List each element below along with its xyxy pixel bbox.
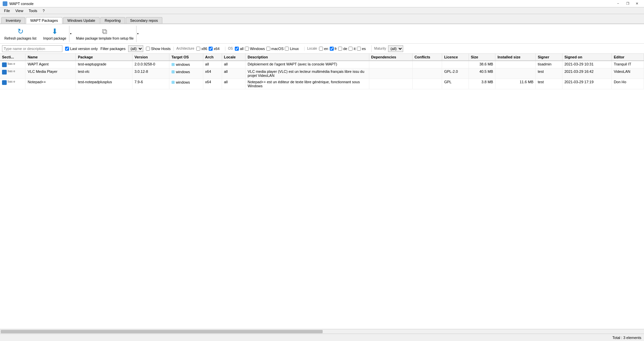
col-conflicts[interactable]: Conflicts	[412, 54, 442, 61]
col-installed-size[interactable]: Installed size	[495, 54, 536, 61]
cell-dependencies	[369, 61, 412, 68]
toolbar: ↻ Refresh packages list ⬇ Import package…	[0, 24, 644, 44]
col-version[interactable]: Version	[132, 54, 169, 61]
col-description[interactable]: Description	[246, 54, 369, 61]
cell-installed-size	[495, 61, 536, 68]
last-version-only-checkbox[interactable]	[65, 47, 69, 51]
os-macos-checkbox[interactable]	[266, 47, 270, 51]
menu-file[interactable]: File	[1, 8, 13, 13]
title-bar-controls: − ❐ ✕	[614, 1, 641, 7]
menu-view[interactable]: View	[13, 8, 26, 13]
import-icon: ⬇	[52, 27, 58, 36]
close-button[interactable]: ✕	[633, 1, 641, 7]
title-bar: WAPT console − ❐ ✕	[0, 0, 644, 7]
col-arch[interactable]: Arch	[203, 54, 222, 61]
tab-secondary-repos[interactable]: Secondary repos	[126, 17, 162, 23]
locale-it-checkbox[interactable]	[348, 47, 353, 51]
os-windows-label[interactable]: Windows	[245, 47, 265, 51]
col-name[interactable]: Name	[25, 54, 76, 61]
last-version-only-label[interactable]: Last version only	[65, 47, 98, 51]
packages-table: Secti... Name Package Version Target OS …	[0, 54, 644, 89]
locale-en-checkbox[interactable]	[319, 47, 323, 51]
locale-es-label[interactable]: es	[357, 47, 366, 51]
template-dropdown-arrow[interactable]: ▾	[136, 26, 140, 42]
col-editor[interactable]: Editor	[611, 54, 644, 61]
search-input[interactable]	[2, 45, 62, 52]
refresh-button[interactable]: ↻ Refresh packages list	[1, 26, 40, 42]
locale-es-checkbox[interactable]	[357, 47, 361, 51]
minimize-button[interactable]: −	[614, 1, 623, 7]
col-target-os[interactable]: Target OS	[169, 54, 203, 61]
cell-name: VLC Media Player	[25, 68, 76, 79]
architecture-title: Architecture	[176, 47, 194, 50]
locale-it-label[interactable]: it	[348, 47, 356, 51]
locale-en-label[interactable]: en	[319, 47, 328, 51]
make-template-button[interactable]: ⧉ Make package template from setup file	[73, 26, 137, 42]
cell-size: 3.8 MB	[469, 79, 495, 89]
locale-fr-label[interactable]: fr	[330, 47, 337, 51]
cell-size: 38.6 MB	[469, 61, 495, 68]
cell-locale: all	[222, 79, 246, 89]
table-row[interactable]: bas e WAPT Agenttest-waptupgrade2.0.0.92…	[0, 61, 644, 68]
col-locale[interactable]: Locale	[222, 54, 246, 61]
menu-tools[interactable]: Tools	[26, 8, 40, 13]
os-macos-label[interactable]: macOS	[266, 47, 284, 51]
cell-arch: x64	[203, 79, 222, 89]
os-linux-checkbox[interactable]	[285, 47, 289, 51]
locale-de-checkbox[interactable]	[338, 47, 342, 51]
filter-packages-select[interactable]: (all)	[128, 45, 143, 52]
os-all-checkbox[interactable]	[235, 47, 239, 51]
maturity-title: Maturity	[374, 47, 386, 50]
os-windows-checkbox[interactable]	[245, 47, 249, 51]
show-hosts-checkbox[interactable]	[146, 47, 150, 51]
col-package[interactable]: Package	[76, 54, 132, 61]
tab-wapt-packages[interactable]: WAPT Packages	[26, 17, 62, 24]
col-section[interactable]: Secti...	[0, 54, 25, 61]
os-linux-label[interactable]: Linux	[285, 47, 299, 51]
col-licence[interactable]: Licence	[442, 54, 469, 61]
cell-signer: test	[536, 79, 562, 89]
arch-x86-label[interactable]: x86	[196, 47, 207, 51]
tab-windows-update[interactable]: Windows Update	[63, 17, 100, 23]
col-signed-on[interactable]: Signed on	[562, 54, 611, 61]
arch-x64-checkbox[interactable]	[209, 47, 213, 51]
col-dependencies[interactable]: Dependencies	[369, 54, 412, 61]
scroll-thumb[interactable]	[1, 330, 323, 333]
cell-package: test-vlc	[76, 68, 132, 79]
maturity-select[interactable]: (all)	[388, 45, 403, 52]
import-button[interactable]: ⬇ Import package	[40, 26, 69, 42]
locale-title: Locale	[307, 47, 317, 50]
cell-target-os: ⊞ windows	[169, 79, 203, 89]
col-signer[interactable]: Signer	[536, 54, 562, 61]
import-label: Import package	[43, 37, 66, 41]
horizontal-scrollbar[interactable]	[0, 329, 644, 334]
tab-inventory[interactable]: Inventory	[1, 17, 25, 23]
cell-package: test-notepadplusplus	[76, 79, 132, 89]
os-section: OS all Windows macOS Linux	[225, 47, 302, 51]
tab-reporting[interactable]: Reporting	[100, 17, 125, 23]
table-row[interactable]: bas e Notepad++test-notepadplusplus7.9-6…	[0, 79, 644, 89]
cell-licence: GPL-2.0	[442, 68, 469, 79]
cell-signed-on: 2021-03-29 17:19	[562, 79, 611, 89]
cell-signer: test	[536, 68, 562, 79]
menu-help[interactable]: ?	[40, 8, 47, 13]
pkg-icon-1	[2, 70, 7, 75]
show-hosts-label[interactable]: Show Hosts	[146, 47, 171, 51]
arch-x86-checkbox[interactable]	[196, 47, 200, 51]
cell-arch: all	[203, 61, 222, 68]
arch-x64-label[interactable]: x64	[209, 47, 220, 51]
windows-logo-0: ⊞	[171, 62, 175, 67]
col-size[interactable]: Size	[469, 54, 495, 61]
maturity-section: Maturity (all)	[371, 45, 406, 52]
title-bar-left: WAPT console	[3, 1, 34, 6]
tab-bar: Inventory WAPT Packages Windows Update R…	[0, 14, 644, 24]
locale-de-label[interactable]: de	[338, 47, 347, 51]
locale-fr-checkbox[interactable]	[330, 47, 334, 51]
os-all-label[interactable]: all	[235, 47, 244, 51]
table-row[interactable]: bas e VLC Media Playertest-vlc3.0.12-8 ⊞…	[0, 68, 644, 79]
restore-button[interactable]: ❐	[623, 1, 632, 7]
import-dropdown-arrow[interactable]: ▾	[69, 26, 72, 42]
cell-conflicts	[412, 79, 442, 89]
cell-name: Notepad++	[25, 79, 76, 89]
cell-version: 3.0.12-8	[132, 68, 169, 79]
